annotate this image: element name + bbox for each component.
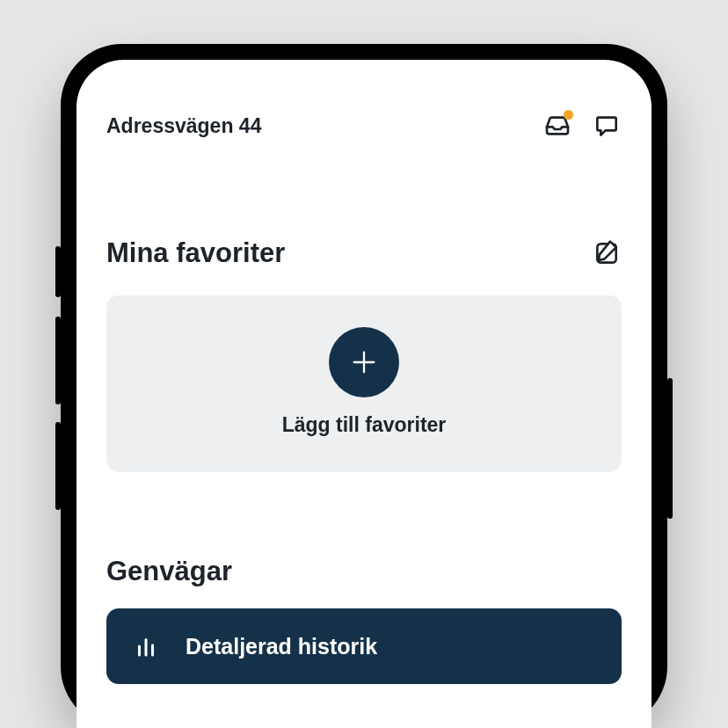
favorites-header: Mina favoriter [106,237,622,269]
add-favorite-card[interactable]: Lägg till favoriter [106,295,622,472]
phone-side-button [55,422,61,510]
inbox-button[interactable] [542,111,572,141]
plus-icon [349,347,379,377]
top-bar: Adressvägen 44 [106,111,622,141]
chat-icon [593,112,621,140]
bar-chart-icon [133,633,159,659]
phone-frame: Adressvägen 44 [61,44,667,728]
shortcuts-title: Genvägar [106,556,622,587]
shortcut-detailed-history[interactable]: Detaljerad historik [106,608,622,684]
edit-icon [593,239,621,267]
edit-favorites-button[interactable] [592,238,622,268]
top-bar-icons [542,111,622,141]
shortcut-label: Detaljerad historik [186,634,377,659]
screen: Adressvägen 44 [76,60,652,728]
add-favorite-button[interactable] [329,327,399,397]
add-favorite-label: Lägg till favoriter [282,413,447,437]
favorites-title: Mina favoriter [106,237,285,269]
chat-button[interactable] [592,111,622,141]
address-title[interactable]: Adressvägen 44 [106,114,261,138]
phone-side-button [55,246,61,297]
phone-side-button [55,317,61,404]
notification-dot-icon [564,110,573,120]
phone-side-button [667,378,673,519]
